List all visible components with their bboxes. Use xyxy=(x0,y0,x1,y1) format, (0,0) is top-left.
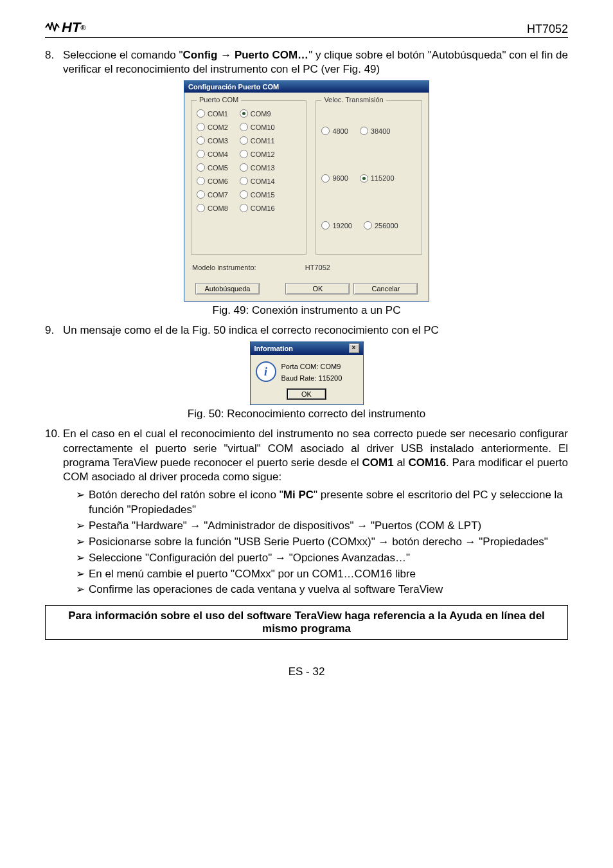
radio-dot-icon xyxy=(321,221,330,230)
radio-dot-icon xyxy=(197,190,205,199)
bullet-list: ➢Botón derecho del ratón sobre el icono … xyxy=(76,488,568,598)
radio-dot-icon xyxy=(197,136,205,145)
bullet-arrow-icon: ➢ xyxy=(76,551,89,566)
radio-com12[interactable]: COM12 xyxy=(240,150,275,158)
radio-label: COM9 xyxy=(251,110,271,118)
step-9: 9. Un mensaje como el de la Fig. 50 indi… xyxy=(45,323,568,338)
radio-com6[interactable]: COM6 xyxy=(197,177,228,185)
radio-label: COM5 xyxy=(208,164,228,172)
header-model: HT7052 xyxy=(527,23,568,36)
group-puerto-com: Puerto COM COM1COM2COM3COM4COM5COM6COM7C… xyxy=(191,100,306,255)
radio-label: COM12 xyxy=(251,150,275,158)
radio-com14[interactable]: COM14 xyxy=(240,177,275,185)
radio-dot-icon xyxy=(240,177,248,185)
radio-115200[interactable]: 115200 xyxy=(360,174,395,183)
radio-com8[interactable]: COM8 xyxy=(197,204,228,212)
radio-label: 9600 xyxy=(332,174,348,182)
radio-dot-icon xyxy=(197,123,205,131)
reference-note: Para información sobre el uso del softwa… xyxy=(45,605,568,640)
radio-dot-icon xyxy=(321,174,330,183)
page-header: HT® HT7052 xyxy=(45,19,568,38)
dialog-title: Configuración Puerto COM xyxy=(184,81,429,93)
radio-com15[interactable]: COM15 xyxy=(240,190,275,199)
radio-label: 115200 xyxy=(371,174,395,182)
logo-icon xyxy=(45,21,60,35)
radio-label: COM16 xyxy=(251,204,275,212)
page-footer: ES - 32 xyxy=(45,665,568,678)
fig50-caption: Fig. 50: Reconocimiento correcto del ins… xyxy=(45,408,568,420)
radio-dot-icon xyxy=(197,109,205,118)
radio-com9[interactable]: COM9 xyxy=(240,109,275,118)
radio-dot-icon xyxy=(197,150,205,158)
radio-dot-icon xyxy=(240,163,248,172)
bullet-item: ➢Botón derecho del ratón sobre el icono … xyxy=(76,488,568,518)
radio-com13[interactable]: COM13 xyxy=(240,163,275,172)
radio-4800[interactable]: 4800 xyxy=(321,127,348,135)
radio-dot-icon xyxy=(240,123,248,131)
ok-button[interactable]: OK xyxy=(285,283,350,294)
radio-label: COM15 xyxy=(251,191,275,199)
radio-com10[interactable]: COM10 xyxy=(240,123,275,131)
radio-19200[interactable]: 19200 xyxy=(321,221,352,230)
radio-dot-icon xyxy=(240,136,248,145)
fig49-caption: Fig. 49: Conexión instrumento a un PC xyxy=(45,304,568,317)
radio-com1[interactable]: COM1 xyxy=(197,109,228,118)
radio-label: 38400 xyxy=(371,127,391,135)
radio-label: COM10 xyxy=(251,123,275,131)
radio-dot-icon xyxy=(321,127,330,135)
group-velocidad: Veloc. Transmisión 480038400960011520019… xyxy=(315,100,422,255)
dialog2-title: Information × xyxy=(251,341,363,355)
bullet-arrow-icon: ➢ xyxy=(76,535,89,550)
autobusqueda-button[interactable]: Autobúsqueda xyxy=(195,283,260,294)
com-config-dialog: Configuración Puerto COM Puerto COM COM1… xyxy=(184,80,429,302)
radio-label: COM4 xyxy=(208,150,228,158)
radio-label: COM11 xyxy=(251,137,275,145)
radio-dot-icon xyxy=(360,174,368,183)
step-10: 10. En el caso en el cual el reconocimie… xyxy=(45,427,568,484)
radio-9600[interactable]: 9600 xyxy=(321,174,348,183)
cancel-button[interactable]: Cancelar xyxy=(353,283,418,294)
bullet-arrow-icon: ➢ xyxy=(76,488,89,518)
radio-com7[interactable]: COM7 xyxy=(197,190,228,199)
radio-com4[interactable]: COM4 xyxy=(197,150,228,158)
bullet-arrow-icon: ➢ xyxy=(76,567,89,582)
radio-label: COM13 xyxy=(251,164,275,172)
radio-com2[interactable]: COM2 xyxy=(197,123,228,131)
radio-com11[interactable]: COM11 xyxy=(240,136,275,145)
radio-label: COM8 xyxy=(208,204,228,212)
close-icon[interactable]: × xyxy=(349,343,359,353)
info-ok-button[interactable]: OK xyxy=(287,388,326,400)
radio-label: 19200 xyxy=(332,222,352,230)
bullet-arrow-icon: ➢ xyxy=(76,583,89,597)
radio-label: 4800 xyxy=(332,127,348,135)
radio-label: COM7 xyxy=(208,191,228,199)
radio-dot-icon xyxy=(240,150,248,158)
radio-256000[interactable]: 256000 xyxy=(364,221,398,230)
radio-label: COM1 xyxy=(208,110,228,118)
radio-label: COM3 xyxy=(208,137,228,145)
radio-com5[interactable]: COM5 xyxy=(197,163,228,172)
radio-label: COM14 xyxy=(251,177,275,185)
radio-dot-icon xyxy=(364,221,372,230)
information-dialog: Information × i Porta COM: COM9 Baud Rat… xyxy=(250,341,364,405)
radio-38400[interactable]: 38400 xyxy=(360,127,391,135)
radio-dot-icon xyxy=(360,127,368,135)
radio-com3[interactable]: COM3 xyxy=(197,136,228,145)
bullet-item: ➢Posicionarse sobre la función "USB Seri… xyxy=(76,535,568,550)
radio-dot-icon xyxy=(197,177,205,185)
model-line: Modelo instrumento: HT7052 xyxy=(192,264,421,271)
info-icon: i xyxy=(256,361,276,382)
radio-dot-icon xyxy=(197,163,205,172)
radio-label: COM6 xyxy=(208,177,228,185)
bullet-item: ➢Seleccione "Configuración del puerto" →… xyxy=(76,551,568,566)
radio-com16[interactable]: COM16 xyxy=(240,204,275,212)
step-8: 8. Seleccione el comando "Config → Puert… xyxy=(45,48,568,77)
radio-dot-icon xyxy=(240,109,248,118)
radio-label: 256000 xyxy=(375,222,398,230)
radio-dot-icon xyxy=(240,204,248,212)
radio-dot-icon xyxy=(197,204,205,212)
brand-logo: HT® xyxy=(45,19,85,36)
bullet-item: ➢En el menú cambie el puerto "COMxx" por… xyxy=(76,567,568,582)
bullet-item: ➢Pestaña "Hardware" → "Administrador de … xyxy=(76,519,568,534)
radio-label: COM2 xyxy=(208,123,228,131)
